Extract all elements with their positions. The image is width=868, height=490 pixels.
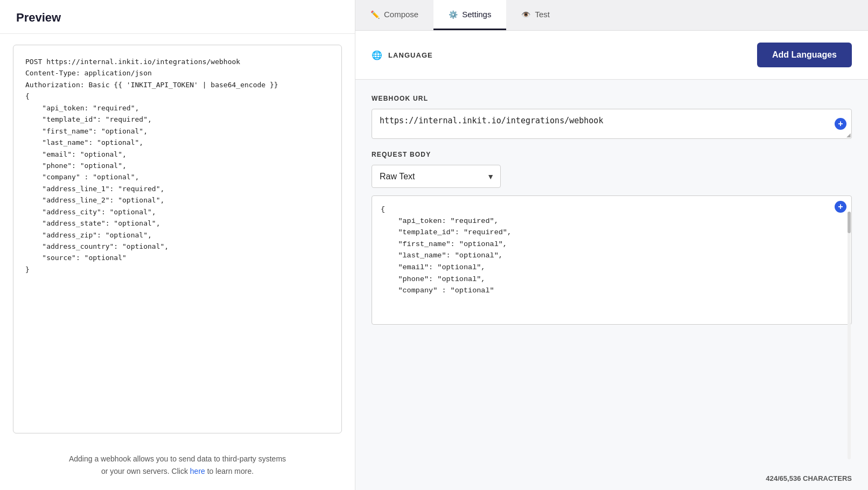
preview-header: Preview xyxy=(0,0,355,34)
body-textarea[interactable] xyxy=(372,195,852,325)
request-body-label: REQUEST BODY xyxy=(372,151,852,158)
compose-icon: ✏️ xyxy=(370,10,380,19)
top-nav: ✏️ Compose ⚙️ Settings 👁️ Test xyxy=(355,0,868,31)
right-content: 🌐 LANGUAGE Add Languages WEBHOOK URL + ◢… xyxy=(355,31,868,490)
scrollbar-thumb[interactable] xyxy=(848,212,851,233)
settings-icon: ⚙️ xyxy=(449,10,458,19)
url-resize-handle: ◢ xyxy=(846,132,851,138)
tab-compose-label: Compose xyxy=(384,10,418,19)
language-label: 🌐 LANGUAGE xyxy=(372,50,433,60)
tab-compose[interactable]: ✏️ Compose xyxy=(355,0,433,30)
preview-title: Preview xyxy=(16,11,339,25)
add-languages-button[interactable]: Add Languages xyxy=(757,43,852,67)
right-panel: ✏️ Compose ⚙️ Settings 👁️ Test 🌐 LANGUAG… xyxy=(355,0,868,490)
footer-link[interactable]: here xyxy=(190,467,205,475)
request-body-section: REQUEST BODY Raw Text JSON Form Data ▼ xyxy=(355,139,868,188)
webhook-url-label: WEBHOOK URL xyxy=(372,95,852,102)
language-text: LANGUAGE xyxy=(388,51,433,59)
tab-settings[interactable]: ⚙️ Settings xyxy=(433,0,506,30)
language-row: 🌐 LANGUAGE Add Languages xyxy=(355,31,868,80)
tab-settings-label: Settings xyxy=(462,10,491,19)
webhook-url-input[interactable] xyxy=(372,109,852,139)
preview-code-box: POST https://internal.inkit.io/integrati… xyxy=(13,45,342,433)
char-count: 424/65,536 CHARACTERS xyxy=(355,470,868,490)
preview-code: POST https://internal.inkit.io/integrati… xyxy=(25,56,330,275)
webhook-url-section: WEBHOOK URL + ◢ xyxy=(355,80,868,139)
left-footer: Adding a webhook allows you to send data… xyxy=(0,444,355,490)
tab-test[interactable]: 👁️ Test xyxy=(506,0,565,30)
url-input-wrapper: + ◢ xyxy=(372,109,852,139)
textarea-plus-icon[interactable]: + xyxy=(835,201,846,213)
url-plus-icon[interactable]: + xyxy=(835,118,846,130)
scrollbar-track[interactable] xyxy=(848,212,851,459)
tab-test-label: Test xyxy=(535,10,550,19)
request-body-dropdown-wrapper: Raw Text JSON Form Data ▼ xyxy=(372,165,501,188)
left-panel: Preview POST https://internal.inkit.io/i… xyxy=(0,0,355,490)
footer-text-end: to learn more. xyxy=(205,467,254,475)
request-body-dropdown[interactable]: Raw Text JSON Form Data xyxy=(372,165,501,188)
test-icon: 👁️ xyxy=(521,10,530,19)
globe-icon: 🌐 xyxy=(372,50,383,60)
body-textarea-wrapper: + xyxy=(372,195,852,470)
